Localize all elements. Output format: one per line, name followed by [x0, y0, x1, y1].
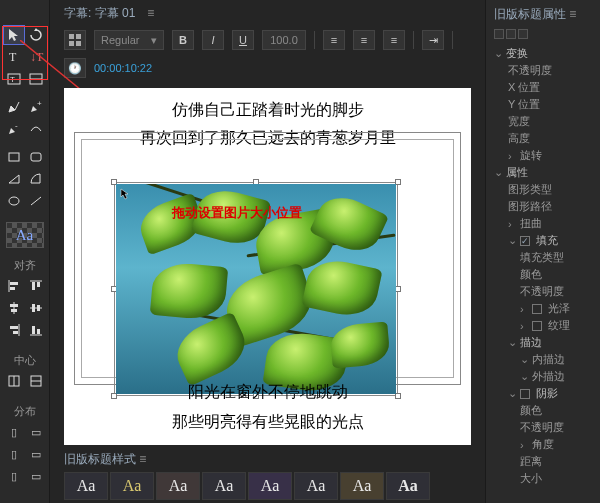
fill-checkbox[interactable]	[520, 236, 530, 246]
templates-button[interactable]	[64, 30, 86, 50]
prop-shape-path[interactable]: 图形路径	[494, 198, 600, 215]
style-preset-4[interactable]: Aa	[202, 472, 246, 500]
distribute-section-label: 分布	[14, 404, 36, 419]
prop-outer-stroke[interactable]: ⌄外描边	[494, 368, 600, 385]
align-section-label: 对齐	[14, 258, 36, 273]
panel-option-buttons[interactable]	[494, 29, 528, 39]
group-stroke[interactable]: ⌄描边	[494, 334, 600, 351]
caption-line-3[interactable]: 阳光在窗外不停地跳动	[64, 382, 471, 403]
svg-text:-: -	[15, 121, 18, 130]
group-properties[interactable]: ⌄属性	[494, 164, 600, 181]
prop-fill-type[interactable]: 填充类型	[494, 249, 600, 266]
move-cursor-icon	[120, 188, 132, 200]
dist-v3[interactable]: ▭	[26, 467, 46, 485]
group-shadow[interactable]: ⌄阴影	[494, 385, 600, 402]
svg-rect-30	[32, 326, 35, 334]
align-right-text[interactable]: ≡	[383, 30, 405, 50]
path-text-tool[interactable]	[26, 70, 46, 88]
style-preset-1[interactable]: Aa	[64, 472, 108, 500]
prop-height[interactable]: 高度	[494, 130, 600, 147]
vertical-text-tool[interactable]: ↓T	[26, 48, 46, 66]
tab-menu-icon[interactable]: ≡	[147, 6, 154, 20]
prop-shadow-size[interactable]: 大小	[494, 470, 600, 487]
dist-h2[interactable]: ▯	[4, 445, 24, 463]
prop-shadow-distance[interactable]: 距离	[494, 453, 600, 470]
texture-checkbox[interactable]	[532, 321, 542, 331]
timecode-display[interactable]: 00:00:10:22	[94, 62, 152, 74]
text-toolbar: Regular▾ B I U 100.0 ≡ ≡ ≡ ⇥ 🕐 00:00:10:…	[50, 26, 485, 82]
rotate-tool[interactable]	[26, 26, 46, 44]
center-v[interactable]	[26, 372, 46, 390]
rounded-rect-tool[interactable]	[26, 148, 46, 166]
tab-stops-button[interactable]: ⇥	[422, 30, 444, 50]
delete-anchor-tool[interactable]: -	[4, 120, 24, 138]
ellipse-tool[interactable]	[4, 192, 24, 210]
align-left-text[interactable]: ≡	[323, 30, 345, 50]
prop-texture[interactable]: ›纹理	[494, 317, 600, 334]
align-top[interactable]	[26, 277, 46, 295]
bold-button[interactable]: B	[172, 30, 194, 50]
wedge-tool[interactable]	[4, 170, 24, 188]
prop-shadow-color[interactable]: 颜色	[494, 402, 600, 419]
pen-tool[interactable]	[4, 98, 24, 116]
svg-rect-24	[32, 304, 35, 312]
style-preset-3[interactable]: Aa	[156, 472, 200, 500]
dist-h1[interactable]: ▯	[4, 423, 24, 441]
prop-ypos[interactable]: Y 位置	[494, 96, 600, 113]
title-tab[interactable]: 字幕: 字幕 01 ≡	[50, 0, 485, 26]
style-preset-7[interactable]: Aa	[340, 472, 384, 500]
prop-fill-color[interactable]: 颜色	[494, 266, 600, 283]
gloss-checkbox[interactable]	[532, 304, 542, 314]
align-left[interactable]	[4, 277, 24, 295]
align-hcenter[interactable]	[4, 299, 24, 317]
caption-line-1[interactable]: 仿佛自己正踏着时光的脚步	[64, 100, 471, 121]
style-preset-8[interactable]: Aa	[386, 472, 430, 500]
title-styles-label[interactable]: 旧版标题样式 ≡	[64, 447, 471, 472]
svg-rect-36	[69, 34, 74, 39]
underline-button[interactable]: U	[232, 30, 254, 50]
prop-gloss[interactable]: ›光泽	[494, 300, 600, 317]
svg-text:T: T	[10, 75, 15, 84]
dist-v2[interactable]: ▭	[26, 445, 46, 463]
style-preset-6[interactable]: Aa	[294, 472, 338, 500]
group-fill[interactable]: ⌄填充	[494, 232, 600, 249]
style-preset-5[interactable]: Aa	[248, 472, 292, 500]
line-tool[interactable]	[26, 192, 46, 210]
area-text-tool[interactable]: T	[4, 70, 24, 88]
svg-rect-25	[37, 305, 40, 311]
text-tool[interactable]: T	[4, 48, 24, 66]
show-video-button[interactable]: 🕐	[64, 58, 86, 78]
style-preset-2[interactable]: Aa	[110, 472, 154, 500]
prop-distort[interactable]: ›扭曲	[494, 215, 600, 232]
center-h[interactable]	[4, 372, 24, 390]
properties-title[interactable]: 旧版标题属性 ≡	[494, 6, 600, 23]
arc-tool[interactable]	[26, 170, 46, 188]
shadow-checkbox[interactable]	[520, 389, 530, 399]
prop-inner-stroke[interactable]: ⌄内描边	[494, 351, 600, 368]
align-right[interactable]	[4, 321, 24, 339]
prop-width[interactable]: 宽度	[494, 113, 600, 130]
rectangle-tool[interactable]	[4, 148, 24, 166]
caption-line-4[interactable]: 那些明亮得有些晃眼的光点	[64, 412, 471, 433]
add-anchor-tool[interactable]: +	[26, 98, 46, 116]
prop-shape-type[interactable]: 图形类型	[494, 181, 600, 198]
prop-shadow-angle[interactable]: ›角度	[494, 436, 600, 453]
font-family-select[interactable]: Regular▾	[94, 30, 164, 50]
prop-opacity[interactable]: 不透明度	[494, 62, 600, 79]
font-size-input[interactable]: 100.0	[262, 30, 306, 50]
align-bottom[interactable]	[26, 321, 46, 339]
italic-button[interactable]: I	[202, 30, 224, 50]
group-transform[interactable]: ⌄变换	[494, 45, 600, 62]
current-style-swatch[interactable]: Aa	[6, 222, 44, 248]
prop-rotate[interactable]: ›旋转	[494, 147, 600, 164]
prop-xpos[interactable]: X 位置	[494, 79, 600, 96]
title-canvas[interactable]: 仿佛自己正踏着时光的脚步 再次回到了那久已远去的青葱岁月里 拖动设置图片大小位置	[64, 88, 471, 445]
align-vcenter[interactable]	[26, 299, 46, 317]
align-center-text[interactable]: ≡	[353, 30, 375, 50]
prop-fill-opacity[interactable]: 不透明度	[494, 283, 600, 300]
dist-h3[interactable]: ▯	[4, 467, 24, 485]
prop-shadow-opacity[interactable]: 不透明度	[494, 419, 600, 436]
selection-tool[interactable]	[4, 26, 24, 44]
convert-anchor-tool[interactable]	[26, 120, 46, 138]
dist-v1[interactable]: ▭	[26, 423, 46, 441]
